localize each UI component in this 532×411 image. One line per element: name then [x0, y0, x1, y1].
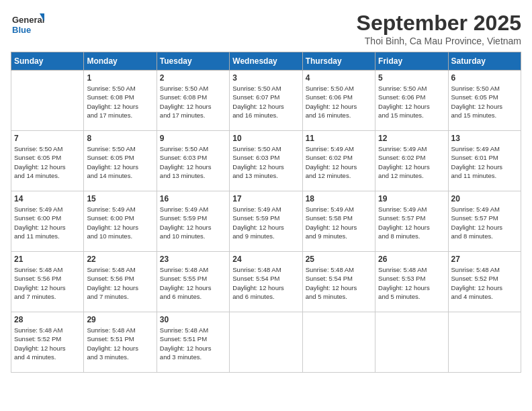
calendar-cell: 16Sunrise: 5:49 AM Sunset: 5:59 PM Dayli… [157, 191, 229, 252]
day-info: Sunrise: 5:49 AM Sunset: 5:59 PM Dayligh… [160, 205, 226, 240]
day-info: Sunrise: 5:49 AM Sunset: 6:00 PM Dayligh… [87, 205, 153, 240]
calendar-cell [375, 312, 448, 373]
day-info: Sunrise: 5:48 AM Sunset: 5:53 PM Dayligh… [378, 265, 445, 301]
svg-text:General: General [12, 15, 44, 25]
day-number: 15 [87, 194, 153, 203]
logo-svg: General Blue [11, 11, 44, 38]
day-number: 8 [87, 134, 153, 143]
week-row: 7Sunrise: 5:50 AM Sunset: 6:05 PM Daylig… [11, 131, 521, 191]
calendar-cell: 22Sunrise: 5:48 AM Sunset: 5:56 PM Dayli… [84, 252, 157, 312]
calendar-cell: 1Sunrise: 5:50 AM Sunset: 6:08 PM Daylig… [84, 71, 157, 131]
day-info: Sunrise: 5:50 AM Sunset: 6:07 PM Dayligh… [232, 84, 299, 120]
calendar-cell: 7Sunrise: 5:50 AM Sunset: 6:05 PM Daylig… [11, 131, 84, 191]
day-info: Sunrise: 5:50 AM Sunset: 6:08 PM Dayligh… [87, 84, 153, 120]
day-info: Sunrise: 5:48 AM Sunset: 5:54 PM Dayligh… [232, 265, 299, 301]
calendar-cell: 28Sunrise: 5:48 AM Sunset: 5:52 PM Dayli… [11, 312, 84, 373]
day-info: Sunrise: 5:48 AM Sunset: 5:52 PM Dayligh… [14, 326, 81, 361]
day-info: Sunrise: 5:50 AM Sunset: 6:06 PM Dayligh… [378, 84, 445, 120]
day-info: Sunrise: 5:49 AM Sunset: 5:57 PM Dayligh… [378, 205, 445, 240]
day-number: 19 [378, 194, 445, 203]
calendar-cell: 12Sunrise: 5:49 AM Sunset: 6:02 PM Dayli… [375, 131, 448, 191]
day-info: Sunrise: 5:50 AM Sunset: 6:06 PM Dayligh… [306, 84, 372, 120]
calendar-cell: 21Sunrise: 5:48 AM Sunset: 5:56 PM Dayli… [11, 252, 84, 312]
day-number: 3 [232, 73, 299, 83]
col-monday: Monday [84, 52, 157, 71]
day-number: 30 [160, 315, 226, 324]
header-row: Sunday Monday Tuesday Wednesday Thursday… [11, 52, 521, 71]
calendar-cell: 27Sunrise: 5:48 AM Sunset: 5:52 PM Dayli… [448, 252, 521, 312]
calendar-cell: 2Sunrise: 5:50 AM Sunset: 6:08 PM Daylig… [157, 71, 229, 131]
calendar-cell: 29Sunrise: 5:48 AM Sunset: 5:51 PM Dayli… [84, 312, 157, 373]
calendar-cell: 5Sunrise: 5:50 AM Sunset: 6:06 PM Daylig… [375, 71, 448, 131]
day-info: Sunrise: 5:49 AM Sunset: 6:02 PM Dayligh… [378, 144, 445, 180]
calendar-cell: 25Sunrise: 5:48 AM Sunset: 5:54 PM Dayli… [302, 252, 375, 312]
day-info: Sunrise: 5:48 AM Sunset: 5:55 PM Dayligh… [160, 265, 226, 301]
day-info: Sunrise: 5:48 AM Sunset: 5:56 PM Dayligh… [87, 265, 153, 301]
week-row: 21Sunrise: 5:48 AM Sunset: 5:56 PM Dayli… [11, 252, 521, 312]
col-thursday: Thursday [302, 52, 375, 71]
day-number: 1 [87, 73, 153, 83]
calendar-cell: 15Sunrise: 5:49 AM Sunset: 6:00 PM Dayli… [84, 191, 157, 252]
location-title: Thoi Binh, Ca Mau Province, Vietnam [357, 36, 521, 46]
day-info: Sunrise: 5:50 AM Sunset: 6:03 PM Dayligh… [232, 144, 299, 180]
calendar-cell: 11Sunrise: 5:49 AM Sunset: 6:02 PM Dayli… [302, 131, 375, 191]
calendar-table: Sunday Monday Tuesday Wednesday Thursday… [11, 52, 521, 373]
calendar-cell: 10Sunrise: 5:50 AM Sunset: 6:03 PM Dayli… [230, 131, 302, 191]
calendar-cell: 26Sunrise: 5:48 AM Sunset: 5:53 PM Dayli… [375, 252, 448, 312]
day-info: Sunrise: 5:49 AM Sunset: 5:59 PM Dayligh… [232, 205, 299, 240]
day-number: 13 [451, 134, 518, 143]
day-number: 12 [378, 134, 445, 143]
svg-text:Blue: Blue [12, 25, 31, 35]
calendar-cell: 4Sunrise: 5:50 AM Sunset: 6:06 PM Daylig… [302, 71, 375, 131]
day-info: Sunrise: 5:50 AM Sunset: 6:05 PM Dayligh… [87, 144, 153, 180]
day-number: 28 [14, 315, 81, 324]
day-number: 21 [14, 255, 81, 264]
col-tuesday: Tuesday [157, 52, 229, 71]
day-info: Sunrise: 5:50 AM Sunset: 6:08 PM Dayligh… [160, 84, 226, 120]
day-info: Sunrise: 5:50 AM Sunset: 6:05 PM Dayligh… [451, 84, 518, 120]
calendar-cell: 30Sunrise: 5:48 AM Sunset: 5:51 PM Dayli… [157, 312, 229, 373]
calendar-cell: 13Sunrise: 5:49 AM Sunset: 6:01 PM Dayli… [448, 131, 521, 191]
day-info: Sunrise: 5:48 AM Sunset: 5:52 PM Dayligh… [451, 265, 518, 301]
day-number: 20 [451, 194, 518, 203]
week-row: 14Sunrise: 5:49 AM Sunset: 6:00 PM Dayli… [11, 191, 521, 252]
day-info: Sunrise: 5:50 AM Sunset: 6:05 PM Dayligh… [14, 144, 81, 180]
day-info: Sunrise: 5:49 AM Sunset: 6:01 PM Dayligh… [451, 144, 518, 180]
logo: General Blue [11, 11, 44, 38]
calendar-cell: 9Sunrise: 5:50 AM Sunset: 6:03 PM Daylig… [157, 131, 229, 191]
day-number: 14 [14, 194, 81, 203]
month-title: September 2025 [357, 11, 521, 36]
title-area: September 2025 Thoi Binh, Ca Mau Provinc… [357, 11, 521, 46]
day-number: 7 [14, 134, 81, 143]
calendar-cell: 17Sunrise: 5:49 AM Sunset: 5:59 PM Dayli… [230, 191, 302, 252]
calendar-cell: 20Sunrise: 5:49 AM Sunset: 5:57 PM Dayli… [448, 191, 521, 252]
col-sunday: Sunday [11, 52, 84, 71]
calendar-cell: 23Sunrise: 5:48 AM Sunset: 5:55 PM Dayli… [157, 252, 229, 312]
day-info: Sunrise: 5:48 AM Sunset: 5:51 PM Dayligh… [87, 326, 153, 361]
day-number: 22 [87, 255, 153, 264]
week-row: 1Sunrise: 5:50 AM Sunset: 6:08 PM Daylig… [11, 71, 521, 131]
day-info: Sunrise: 5:49 AM Sunset: 6:00 PM Dayligh… [14, 205, 81, 240]
calendar-cell: 18Sunrise: 5:49 AM Sunset: 5:58 PM Dayli… [302, 191, 375, 252]
col-saturday: Saturday [448, 52, 521, 71]
calendar-cell [230, 312, 302, 373]
calendar-cell: 3Sunrise: 5:50 AM Sunset: 6:07 PM Daylig… [230, 71, 302, 131]
header: General Blue September 2025 Thoi Binh, C… [11, 11, 521, 46]
day-info: Sunrise: 5:48 AM Sunset: 5:54 PM Dayligh… [306, 265, 372, 301]
calendar-cell [448, 312, 521, 373]
calendar-cell: 14Sunrise: 5:49 AM Sunset: 6:00 PM Dayli… [11, 191, 84, 252]
week-row: 28Sunrise: 5:48 AM Sunset: 5:52 PM Dayli… [11, 312, 521, 373]
day-number: 27 [451, 255, 518, 264]
day-number: 6 [451, 73, 518, 83]
calendar-cell [302, 312, 375, 373]
day-number: 5 [378, 73, 445, 83]
calendar-cell: 19Sunrise: 5:49 AM Sunset: 5:57 PM Dayli… [375, 191, 448, 252]
col-wednesday: Wednesday [230, 52, 302, 71]
day-number: 18 [306, 194, 372, 203]
day-info: Sunrise: 5:49 AM Sunset: 5:58 PM Dayligh… [306, 205, 372, 240]
calendar-cell: 8Sunrise: 5:50 AM Sunset: 6:05 PM Daylig… [84, 131, 157, 191]
day-number: 17 [232, 194, 299, 203]
day-number: 2 [160, 73, 226, 83]
calendar-cell [11, 71, 84, 131]
calendar-cell: 24Sunrise: 5:48 AM Sunset: 5:54 PM Dayli… [230, 252, 302, 312]
